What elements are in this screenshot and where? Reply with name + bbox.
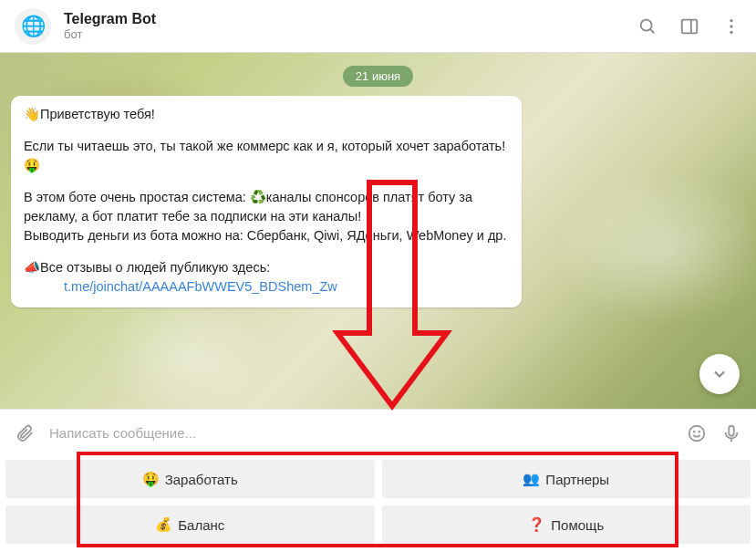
sidebar-toggle-icon[interactable] bbox=[679, 16, 699, 36]
moneybag-icon: 💰 bbox=[155, 516, 172, 533]
search-icon[interactable] bbox=[637, 16, 658, 36]
chat-subtitle: бот bbox=[64, 27, 637, 41]
msg-greeting: 👋Приветствую тебя! bbox=[24, 105, 509, 124]
attach-icon[interactable] bbox=[15, 423, 35, 443]
message-input-row bbox=[0, 409, 756, 456]
header-actions bbox=[637, 16, 741, 36]
kb-balance-button[interactable]: 💰 Баланс bbox=[5, 505, 375, 544]
more-menu-icon[interactable] bbox=[721, 16, 741, 36]
money-face-icon: 🤑 bbox=[142, 471, 160, 487]
svg-point-5 bbox=[730, 25, 732, 27]
avatar[interactable]: 🌐 bbox=[15, 8, 51, 45]
svg-point-9 bbox=[699, 431, 699, 432]
kb-label: Партнеры bbox=[545, 472, 609, 487]
date-badge: 21 июня bbox=[343, 66, 413, 87]
kb-partners-button[interactable]: 👥 Партнеры bbox=[382, 460, 751, 498]
message-input[interactable] bbox=[49, 425, 672, 441]
svg-point-7 bbox=[689, 425, 705, 441]
svg-point-6 bbox=[730, 30, 732, 33]
chat-header: 🌐 Telegram Bot бот bbox=[0, 0, 756, 53]
chat-title: Telegram Bot bbox=[64, 11, 637, 27]
msg-p2a: В этом боте очень простая система: ♻️кан… bbox=[24, 188, 509, 226]
bot-message: 👋Приветствую тебя! Если ты читаешь это, … bbox=[11, 96, 522, 307]
header-titles[interactable]: Telegram Bot бот bbox=[64, 11, 637, 41]
kb-label: Помощь bbox=[551, 517, 604, 533]
msg-p1: Если ты читаешь это, ты такой же коммерс… bbox=[24, 137, 509, 175]
kb-help-button[interactable]: ❓ Помощь bbox=[382, 505, 751, 544]
msg-p2b: Выводить деньги из бота можно на: Сберба… bbox=[24, 226, 509, 245]
svg-point-0 bbox=[641, 19, 652, 30]
chat-messages-area: 21 июня 👋Приветствую тебя! Если ты читае… bbox=[0, 53, 756, 409]
bot-keyboard: 🤑 Заработать 👥 Партнеры 💰 Баланс ❓ Помощ… bbox=[0, 456, 756, 549]
svg-rect-2 bbox=[682, 19, 698, 33]
svg-point-4 bbox=[730, 18, 732, 21]
keyboard-row: 🤑 Заработать 👥 Партнеры bbox=[5, 460, 751, 498]
voice-icon[interactable] bbox=[721, 423, 741, 443]
keyboard-row: 💰 Баланс ❓ Помощь bbox=[5, 505, 751, 544]
svg-rect-10 bbox=[729, 425, 734, 435]
kb-label: Баланс bbox=[178, 517, 224, 533]
kb-label: Заработать bbox=[165, 472, 238, 487]
question-icon: ❓ bbox=[528, 516, 545, 533]
kb-earn-button[interactable]: 🤑 Заработать bbox=[5, 460, 375, 498]
scroll-to-bottom-button[interactable] bbox=[699, 354, 740, 394]
avatar-emoji: 🌐 bbox=[21, 15, 46, 38]
emoji-icon[interactable] bbox=[687, 423, 707, 443]
people-icon: 👥 bbox=[523, 471, 540, 487]
svg-point-8 bbox=[694, 431, 695, 432]
svg-line-1 bbox=[650, 28, 654, 32]
msg-link[interactable]: t.me/joinchat/AAAAAFbWWEV5_BDShem_Zw bbox=[64, 279, 337, 294]
msg-p3: 📣Все отзывы о людей публикую здесь: bbox=[24, 258, 509, 277]
